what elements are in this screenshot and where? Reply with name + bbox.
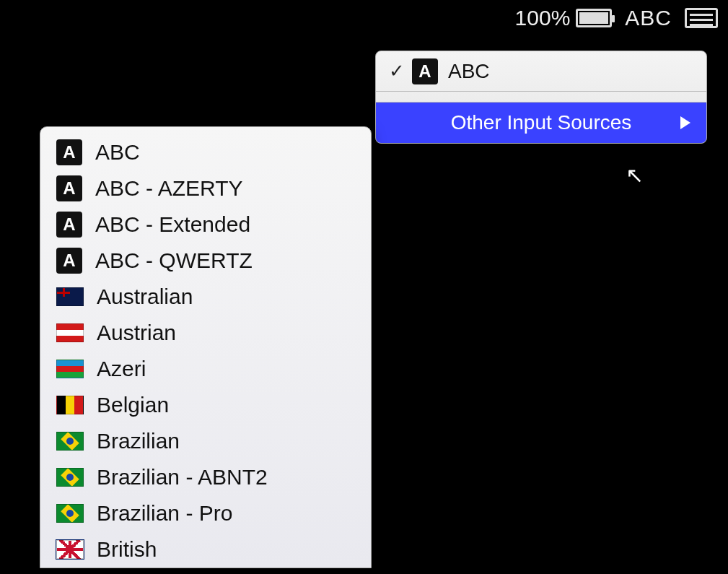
input-source-item[interactable]: AABC — [40, 134, 371, 170]
input-source-indicator[interactable]: ABC — [625, 6, 672, 30]
checkmark-icon: ✓ — [389, 60, 402, 82]
input-source-label: Brazilian — [97, 429, 180, 453]
keyboard-icon[interactable] — [685, 8, 718, 28]
submenu-arrow-icon — [680, 116, 690, 129]
menubar: 100% ABC — [515, 6, 718, 30]
a-icon: A — [56, 248, 82, 274]
other-input-sources-label: Other Input Sources — [451, 111, 632, 134]
flag-uk-icon — [56, 540, 84, 559]
input-source-label: Brazilian - Pro — [97, 501, 232, 526]
input-source-label: Brazilian - ABNT2 — [97, 465, 268, 490]
input-source-item[interactable]: Brazilian - Pro — [40, 495, 371, 531]
input-source-item[interactable]: Azeri — [40, 351, 371, 387]
input-source-item[interactable]: Brazilian — [40, 423, 371, 459]
input-source-item[interactable]: AABC - Extended — [40, 206, 371, 243]
input-source-item[interactable]: Austrian — [40, 315, 371, 351]
a-icon: A — [56, 139, 82, 165]
current-input-source-label: ABC — [448, 60, 490, 83]
input-source-label: Australian — [97, 284, 193, 309]
input-source-label: ABC - QWERTZ — [95, 248, 253, 273]
battery-icon — [576, 9, 612, 27]
input-source-label: British — [97, 537, 157, 562]
input-source-label: Belgian — [97, 393, 169, 417]
flag-aus-icon — [56, 287, 84, 306]
input-source-label: ABC - AZERTY — [95, 176, 243, 201]
current-input-source-row[interactable]: ✓ A ABC — [376, 51, 706, 92]
input-sources-submenu: AABCAABC - AZERTYAABC - ExtendedAABC - Q… — [40, 126, 372, 568]
input-source-item[interactable]: AABC - QWERTZ — [40, 243, 371, 279]
other-input-sources-row[interactable]: Other Input Sources — [376, 103, 706, 143]
input-source-item[interactable]: Australian — [40, 279, 371, 315]
a-icon: A — [56, 175, 82, 201]
flag-austria-icon — [56, 323, 84, 342]
flag-azeri-icon — [56, 360, 84, 378]
input-source-item[interactable]: AABC - AZERTY — [40, 170, 371, 206]
input-source-menu: ✓ A ABC Other Input Sources — [375, 51, 707, 144]
input-source-item[interactable]: Brazilian - ABNT2 — [40, 459, 371, 495]
battery-status[interactable]: 100% — [515, 6, 613, 30]
input-source-label: ABC — [95, 140, 140, 165]
battery-percentage: 100% — [515, 6, 571, 30]
input-source-label: ABC - Extended — [95, 212, 250, 237]
flag-brazil-icon — [56, 432, 84, 451]
menu-spacer — [376, 92, 706, 102]
flag-belgium-icon — [56, 396, 84, 414]
a-icon: A — [56, 212, 82, 238]
input-source-item[interactable]: Belgian — [40, 387, 371, 423]
input-source-item[interactable]: British — [40, 531, 371, 568]
input-source-label: Austrian — [97, 321, 176, 345]
input-source-label: Azeri — [97, 357, 146, 381]
flag-brazil-icon — [56, 504, 84, 523]
flag-brazil-icon — [56, 468, 84, 487]
mouse-cursor-icon: ↖ — [626, 162, 644, 188]
a-icon: A — [412, 58, 438, 84]
